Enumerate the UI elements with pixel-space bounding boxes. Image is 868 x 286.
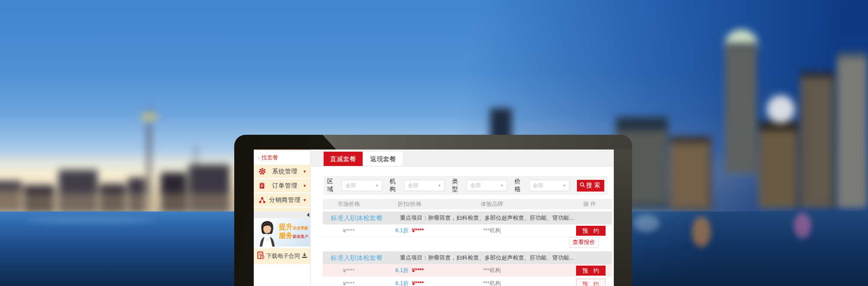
- package-title-row: 标准入职体检套餐 重点项目：肿瘤筛查，妇科检查、多部位超声检查、肝功能、肾功能.…: [323, 251, 612, 264]
- search-button-label: 搜索: [586, 182, 602, 189]
- header-market-price: 市场价格: [323, 200, 375, 208]
- bezel-glare: [234, 135, 632, 150]
- caret-down-icon: ▼: [303, 184, 307, 188]
- contract-icon: [257, 251, 265, 261]
- package-group: 标准入职体检套餐 重点项目：肿瘤筛查，妇科检查、多部位超声检查、肝功能、肾功能.…: [323, 211, 612, 237]
- sidebar-item-system-management[interactable]: 系统管理 ▼: [254, 165, 310, 179]
- header-actions: 操 作: [540, 200, 612, 208]
- select-value: 全部: [470, 182, 481, 189]
- share-icon: [259, 197, 267, 204]
- book-button[interactable]: 预约: [576, 266, 606, 276]
- package-title-row: 标准入职体检套餐 重点项目：肿瘤筛查，妇科检查、多部位超声检查、肝功能、肾功能.…: [323, 211, 612, 224]
- package-description: 重点项目：肿瘤筛查，妇科检查、多部位超声检查、肝功能、肾功能...: [400, 214, 574, 222]
- water-reflection: [692, 217, 711, 247]
- menu-label: 系统管理: [267, 168, 303, 176]
- package-title-link[interactable]: 标准入职体检套餐: [331, 214, 383, 222]
- menu-label: 订单管理: [267, 182, 303, 190]
- header-brand: 体验品牌: [444, 200, 540, 208]
- download-contract-label: 下载电子合同: [265, 252, 301, 260]
- download-contract-button[interactable]: 下载电子合同: [254, 248, 310, 264]
- sidebar: › 找套餐 系统管理 ▼: [254, 150, 311, 286]
- select-value: 全部: [533, 182, 543, 189]
- price-select[interactable]: 全部 ▼: [529, 180, 570, 191]
- antenna: [195, 146, 197, 168]
- table-row: ¥**** 6.1折 ¥**** ***机构 预约: [323, 264, 612, 277]
- city-lights: [838, 58, 867, 208]
- gear-icon: [259, 168, 267, 175]
- filter-label: 机构: [390, 178, 401, 193]
- waterfront-lights: [0, 194, 234, 211]
- region-select[interactable]: 全部 ▼: [342, 180, 382, 191]
- discount-rate: 6.1折: [395, 280, 409, 286]
- book-button[interactable]: 预约: [576, 226, 606, 236]
- customer-service-photo: [255, 219, 280, 247]
- city-lights: [802, 78, 834, 208]
- package-title-link[interactable]: 标准入职体检套餐: [331, 254, 383, 262]
- discount-rate: 6.1折: [395, 227, 409, 234]
- find-package-label: 找套餐: [262, 154, 278, 162]
- collapse-arrow-icon[interactable]: [307, 213, 309, 217]
- market-price: ¥****: [323, 280, 375, 286]
- tablet-device: › 找套餐 系统管理 ▼: [234, 135, 632, 286]
- row-actions: 预约: [540, 279, 612, 286]
- clipboard-icon: [259, 182, 267, 189]
- discounted-price: ¥****: [412, 280, 424, 286]
- caret-down-icon: ▼: [438, 184, 441, 188]
- sidebar-item-find-package[interactable]: › 找套餐: [254, 150, 310, 165]
- main-panel: 直减套餐 返现套餐 区域 全部 ▼ 机构 全部 ▼: [311, 150, 614, 286]
- water-reflection: [26, 217, 156, 224]
- discounted-price: ¥****: [412, 267, 424, 273]
- discount-rate: 6.1折: [395, 267, 409, 273]
- water-reflection: [633, 214, 659, 232]
- table-row: ¥**** 6.1折 ¥**** ***机构 预约 查看报价: [323, 224, 612, 237]
- brand: ***机构: [444, 266, 540, 274]
- tab-bar: 直减套餐 返现套餐: [311, 150, 614, 166]
- market-price: ¥****: [323, 228, 375, 234]
- table-header: 市场价格 折扣/价格 体验品牌 操 作: [323, 199, 612, 209]
- filter-label: 类型: [452, 178, 464, 193]
- app-screen: › 找套餐 系统管理 ▼: [254, 150, 614, 286]
- package-table: 市场价格 折扣/价格 体验品牌 操 作 标准入职体检套餐 重点项目：肿瘤筛查，妇…: [323, 199, 612, 286]
- city-lights: [671, 143, 711, 208]
- water-reflection: [794, 213, 811, 238]
- select-value: 全部: [408, 182, 418, 189]
- sidebar-item-distributor-management[interactable]: 分销商管理 ▼: [254, 193, 310, 208]
- banner-line1-rest: 企业形象: [293, 226, 308, 230]
- sidebar-item-order-management[interactable]: 订单管理 ▼: [254, 179, 310, 193]
- customer-service-banner[interactable]: 提升企业形象 服务新老客户: [254, 218, 310, 247]
- discount-price: 6.1折 ¥****: [375, 280, 444, 286]
- download-icon: [301, 252, 308, 260]
- bezel-right: [614, 150, 632, 286]
- caret-down-icon: ▼: [563, 184, 566, 188]
- view-quote-button[interactable]: 查看报价: [569, 237, 599, 247]
- sidebar-divider: [254, 211, 310, 218]
- banner-text: 提升企业形象 服务新老客户: [279, 223, 308, 240]
- discount-price: 6.1折 ¥****: [375, 266, 444, 274]
- filter-type: 类型 全部 ▼: [452, 178, 507, 193]
- caret-down-icon: ▼: [303, 169, 307, 174]
- banner-line2-strong: 服务: [279, 232, 293, 239]
- menu-label: 分销商管理: [267, 196, 303, 204]
- institution-select[interactable]: 全部 ▼: [404, 180, 445, 191]
- tab-cashback[interactable]: 返现套餐: [364, 152, 403, 166]
- banner-line1-strong: 提升: [279, 223, 293, 231]
- row-actions: 预约: [540, 266, 612, 276]
- caret-down-icon: ▼: [375, 184, 379, 188]
- filter-region: 区域 全部 ▼: [327, 178, 382, 193]
- package-description: 重点项目：肿瘤筛查，妇科检查、多部位超声检查、肝功能、肾功能...: [400, 254, 574, 262]
- row-actions: 预约 查看报价: [540, 226, 612, 236]
- type-select[interactable]: 全部 ▼: [467, 180, 507, 191]
- discount-price: 6.1折 ¥****: [375, 227, 444, 234]
- book-button[interactable]: 预约: [576, 279, 606, 286]
- filter-price: 价格 全部 ▼: [514, 178, 570, 193]
- space-needle-mast: [148, 105, 150, 115]
- dome-building: [767, 95, 795, 123]
- discounted-price: ¥****: [412, 227, 424, 234]
- search-icon: [580, 182, 585, 189]
- tab-direct-discount[interactable]: 直减套餐: [324, 152, 363, 166]
- filter-institution: 机构 全部 ▼: [390, 178, 445, 193]
- caret-down-icon: ▼: [500, 184, 504, 188]
- chevron-right-icon: ›: [258, 154, 260, 161]
- search-button[interactable]: 搜索: [577, 180, 604, 192]
- select-value: 全部: [345, 182, 356, 189]
